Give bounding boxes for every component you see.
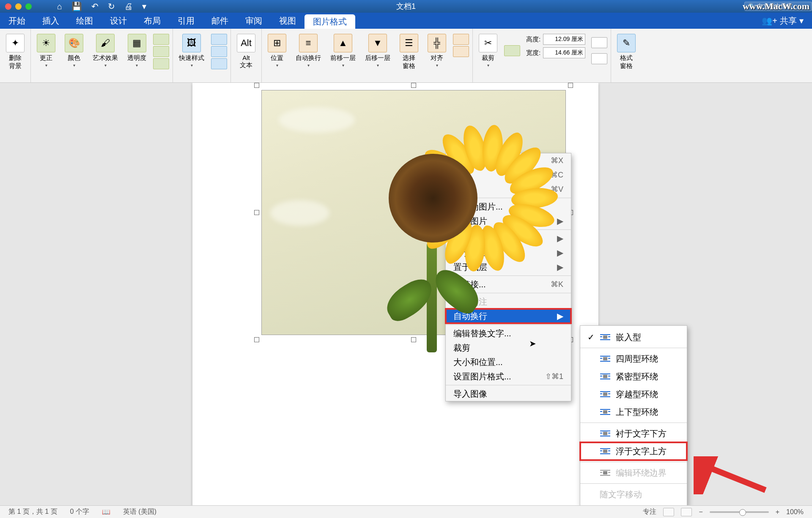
share-label: 共享 bbox=[780, 15, 797, 27]
format-pane-button[interactable]: ✎格式 窗格 bbox=[613, 32, 640, 72]
height-input[interactable] bbox=[543, 34, 585, 45]
picture-layout-button[interactable] bbox=[211, 58, 227, 69]
resize-handle-sw[interactable] bbox=[254, 337, 259, 342]
position-button[interactable]: ⊞位置▾ bbox=[263, 32, 291, 72]
home-icon[interactable]: ⌂ bbox=[57, 2, 62, 11]
ctx-item[interactable]: 裁剪 bbox=[446, 341, 571, 355]
transparency-button[interactable]: ▦透明度▾ bbox=[123, 32, 151, 71]
spellcheck-icon[interactable]: 📖 bbox=[102, 508, 110, 516]
tab-layout[interactable]: 布局 bbox=[135, 13, 169, 29]
submenu-item[interactable]: 紧密型环绕 bbox=[580, 368, 687, 385]
tight-icon bbox=[600, 372, 611, 381]
focus-mode[interactable]: 专注 bbox=[643, 507, 656, 516]
tab-draw[interactable]: 绘图 bbox=[68, 13, 102, 29]
lock-aspect-button[interactable] bbox=[591, 53, 607, 64]
svg-rect-4 bbox=[608, 336, 610, 337]
tab-mail[interactable]: 邮件 bbox=[203, 13, 237, 29]
svg-rect-29 bbox=[608, 433, 610, 433]
share-button[interactable]: 👥+ 共享 ▾ bbox=[753, 13, 812, 29]
forward-icon: ▲ bbox=[334, 34, 352, 52]
change-picture-button[interactable] bbox=[153, 46, 169, 57]
alt-text-icon: Alt bbox=[237, 34, 255, 52]
resize-handle-ne[interactable] bbox=[568, 83, 573, 88]
wrap-text-button[interactable]: ≡自动换行▾ bbox=[291, 32, 325, 72]
zoom-level[interactable]: 100% bbox=[786, 508, 804, 516]
svg-rect-30 bbox=[600, 448, 610, 449]
submenu-item[interactable]: 衬于文字下方 bbox=[580, 425, 687, 442]
rotate-button[interactable] bbox=[453, 46, 469, 57]
svg-rect-7 bbox=[603, 357, 607, 360]
language-indicator[interactable]: 英语 (美国) bbox=[123, 507, 156, 516]
submenu-item[interactable]: ✓嵌入型 bbox=[580, 328, 687, 346]
zoom-out-button[interactable]: − bbox=[699, 508, 702, 516]
submenu-item[interactable]: 浮于文字上方 bbox=[580, 442, 687, 460]
close-window-button[interactable] bbox=[5, 3, 11, 10]
redo-icon[interactable]: ↻ bbox=[108, 1, 115, 11]
quick-styles-button[interactable]: 🖼快速样式▾ bbox=[175, 32, 208, 71]
alt-text-button[interactable]: AltAlt 文本 bbox=[233, 32, 260, 71]
ctx-item[interactable]: 导入图像 bbox=[446, 387, 571, 401]
undo-icon[interactable]: ↶ bbox=[91, 1, 99, 11]
resize-handle-nw[interactable] bbox=[254, 83, 259, 88]
submenu-item[interactable]: 上下型环绕 bbox=[580, 403, 687, 421]
svg-rect-19 bbox=[608, 393, 610, 394]
page-indicator[interactable]: 第 1 页，共 1 页 bbox=[8, 507, 58, 516]
reset-picture-button[interactable] bbox=[153, 58, 169, 69]
picture-effects-button[interactable] bbox=[211, 46, 227, 57]
inline-icon bbox=[600, 333, 611, 342]
svg-rect-36 bbox=[600, 475, 610, 476]
qat-customize-icon[interactable]: ▾ bbox=[142, 1, 146, 11]
minimize-window-button[interactable] bbox=[15, 3, 22, 10]
print-layout-view-button[interactable] bbox=[663, 508, 674, 516]
ctx-item[interactable]: 编辑替换文字... bbox=[446, 326, 571, 341]
remove-bg-label: 删除 背景 bbox=[9, 54, 22, 70]
zoom-in-button[interactable]: + bbox=[776, 508, 779, 516]
aspect-ratio-button[interactable] bbox=[504, 45, 520, 56]
tab-review[interactable]: 审阅 bbox=[237, 13, 271, 29]
web-layout-view-button[interactable] bbox=[681, 508, 692, 516]
resize-handle-n[interactable] bbox=[411, 83, 416, 88]
tab-home[interactable]: 开始 bbox=[0, 13, 34, 29]
resize-handle-s[interactable] bbox=[411, 337, 416, 342]
align-button[interactable]: ╬对齐▾ bbox=[423, 32, 450, 72]
flower-center-shape bbox=[389, 154, 477, 243]
svg-rect-27 bbox=[603, 432, 607, 435]
compress-picture-button[interactable] bbox=[153, 34, 169, 45]
corrections-button[interactable]: ☀更正▾ bbox=[33, 32, 60, 71]
resize-handle-w[interactable] bbox=[254, 210, 259, 215]
wrap-submenu: ✓嵌入型四周型环绕紧密型环绕穿越型环绕上下型环绕衬于文字下方浮于文字上方编辑环绕… bbox=[580, 325, 687, 506]
maximize-window-button[interactable] bbox=[25, 3, 32, 10]
send-backward-button[interactable]: ▼后移一层▾ bbox=[361, 32, 395, 72]
submenu-item[interactable]: 四周型环绕 bbox=[580, 350, 687, 368]
size-launcher-button[interactable] bbox=[591, 37, 607, 48]
remove-background-button[interactable]: ✦ 删除 背景 bbox=[2, 32, 29, 72]
color-button[interactable]: 🎨颜色▾ bbox=[60, 32, 88, 71]
word-count[interactable]: 0 个字 bbox=[70, 507, 89, 516]
tab-design[interactable]: 设计 bbox=[102, 13, 135, 29]
artistic-effects-button[interactable]: 🖌艺术效果▾ bbox=[88, 32, 122, 71]
bring-forward-button[interactable]: ▲前移一层▾ bbox=[326, 32, 360, 72]
svg-rect-2 bbox=[603, 335, 607, 339]
print-icon[interactable]: 🖨 bbox=[124, 2, 133, 11]
format-pane-icon: ✎ bbox=[617, 34, 636, 52]
cloud-shape bbox=[270, 200, 329, 226]
group-button[interactable] bbox=[453, 34, 469, 45]
width-input[interactable] bbox=[543, 47, 585, 58]
ctx-item[interactable]: 设置图片格式...⇧⌘1 bbox=[446, 369, 571, 384]
crop-button[interactable]: ✂裁剪▾ bbox=[475, 32, 502, 69]
tab-view[interactable]: 视图 bbox=[271, 13, 304, 29]
ribbon: ✦ 删除 背景 ☀更正▾ 🎨颜色▾ 🖌艺术效果▾ ▦透明度▾ 🖼快速样式▾ bbox=[0, 29, 812, 83]
zoom-slider[interactable] bbox=[710, 511, 769, 513]
document-canvas[interactable] bbox=[0, 83, 812, 505]
tab-references[interactable]: 引用 bbox=[169, 13, 203, 29]
backward-icon: ▼ bbox=[368, 34, 387, 52]
tab-insert[interactable]: 插入 bbox=[34, 13, 68, 29]
selection-pane-button[interactable]: ☰选择 窗格 bbox=[395, 32, 422, 72]
ctx-item[interactable]: 大小和位置... bbox=[446, 355, 571, 369]
save-icon[interactable]: 💾 bbox=[71, 1, 82, 11]
tab-picture-format[interactable]: 图片格式 bbox=[304, 14, 355, 29]
submenu-item[interactable]: 穿越型环绕 bbox=[580, 385, 687, 403]
topbottom-icon bbox=[600, 407, 611, 417]
ribbon-tabs: 开始 插入 绘图 设计 布局 引用 邮件 审阅 视图 图片格式 👥+ 共享 ▾ bbox=[0, 13, 812, 29]
picture-border-button[interactable] bbox=[211, 34, 227, 45]
